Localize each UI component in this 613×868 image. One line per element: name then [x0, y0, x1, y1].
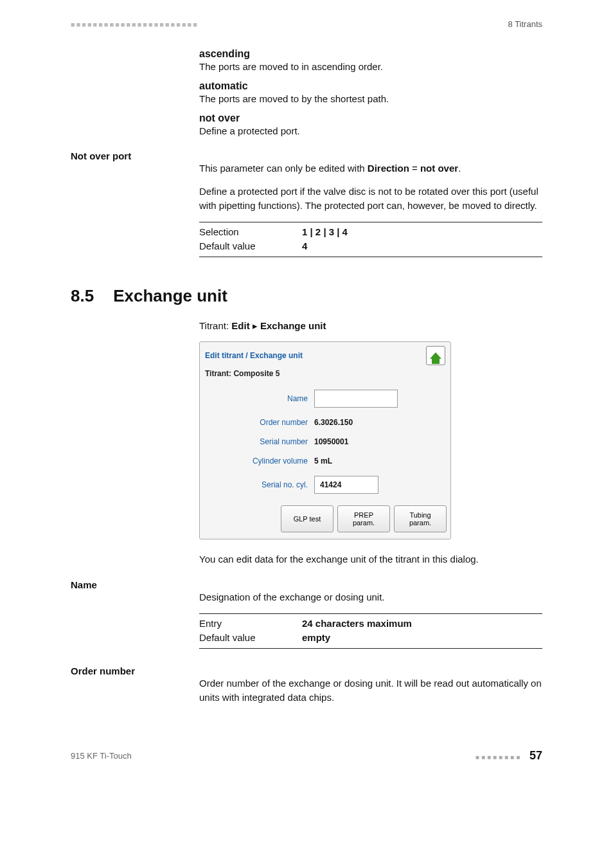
default2-key: Default value [199, 631, 302, 646]
crumb-exchange-unit: Exchange unit [260, 320, 326, 331]
condition-post: . [458, 163, 461, 174]
dialog-subtitle: Titrant: Composite 5 [200, 368, 450, 384]
opt-ascending-desc: The ports are moved to in ascending orde… [199, 60, 542, 74]
condition-direction: Direction [368, 163, 409, 174]
not-over-port-params: Selection 1 | 2 | 3 | 4 Default value 4 [199, 222, 542, 257]
running-footer: 915 KF Ti-Touch ■■■■■■■■ 57 [71, 749, 542, 763]
name-label: Name [205, 394, 314, 403]
condition-eq: = [409, 163, 420, 174]
serial-no-cyl-input[interactable]: 41424 [314, 476, 378, 494]
condition-value: not over [420, 163, 458, 174]
opt-automatic-desc: The ports are moved to by the shortest p… [199, 92, 542, 106]
serial-no-cyl-label: Serial no. cyl. [205, 480, 314, 489]
home-button[interactable] [426, 346, 445, 365]
exchange-unit-dialog: Edit titrant / Exchange unit Titrant: Co… [199, 341, 451, 539]
serial-number-value: 10950001 [314, 437, 348, 446]
dialog-caption: You can edit data for the exchange unit … [199, 552, 542, 566]
tubing-param-label: Tubing param. [409, 511, 431, 527]
header-marks: ■■■■■■■■■■■■■■■■■■■■■■■ [71, 21, 199, 28]
default-key: Default value [199, 239, 302, 254]
dialog-title: Edit titrant / Exchange unit [205, 351, 303, 360]
page-number: 57 [529, 749, 542, 762]
selection-value: 1 | 2 | 3 | 4 [302, 225, 348, 240]
glp-test-button[interactable]: GLP test [281, 505, 333, 532]
name-field-desc: Designation of the exchange or dosing un… [199, 590, 542, 604]
order-field-desc: Order number of the exchange or dosing u… [199, 676, 542, 705]
prep-param-button[interactable]: PREP param. [337, 505, 390, 532]
opt-notover-desc: Define a protected port. [199, 124, 542, 138]
not-over-port-condition: This parameter can only be edited with D… [199, 161, 542, 176]
direction-options: ascending The ports are moved to in asce… [199, 48, 542, 138]
order-number-value: 6.3026.150 [314, 418, 353, 427]
default-value: 4 [302, 239, 307, 254]
crumb-prefix: Titrant: [199, 320, 231, 331]
crumb-edit: Edit [231, 320, 249, 331]
condition-pre: This parameter can only be edited with [199, 163, 368, 174]
cylinder-volume-label: Cylinder volume [205, 457, 314, 466]
section-title: Exchange unit [113, 286, 227, 306]
tubing-param-button[interactable]: Tubing param. [394, 505, 447, 532]
order-number-label: Order number [205, 418, 314, 427]
section-number: 8.5 [71, 286, 94, 306]
prep-param-label: PREP param. [353, 511, 375, 527]
order-field-label: Order number [71, 665, 199, 676]
crumb-sep: ▸ [250, 320, 260, 331]
running-header: ■■■■■■■■■■■■■■■■■■■■■■■ 8 Titrants [71, 19, 542, 29]
serial-no-cyl-value: 41424 [320, 480, 341, 489]
opt-notover-term: not over [199, 113, 542, 124]
opt-automatic-term: automatic [199, 80, 542, 92]
serial-number-label: Serial number [205, 437, 314, 446]
name-input[interactable] [314, 390, 398, 408]
name-field-label: Name [71, 579, 199, 590]
section-heading: 8.5 Exchange unit [71, 286, 542, 306]
not-over-port-label: Not over port [71, 150, 199, 161]
name-field-params: Entry 24 characters maximum Default valu… [199, 613, 542, 649]
header-chapter: 8 Titrants [508, 19, 542, 29]
opt-ascending-term: ascending [199, 48, 542, 60]
footer-marks: ■■■■■■■■ [475, 754, 522, 761]
footer-right: ■■■■■■■■ 57 [475, 749, 542, 763]
glp-test-label: GLP test [294, 515, 321, 523]
default2-value: empty [302, 631, 330, 646]
entry-value: 24 characters maximum [302, 617, 412, 631]
home-icon [430, 352, 441, 359]
not-over-port-desc: Define a protected port if the valve dis… [199, 185, 542, 213]
cylinder-volume-value: 5 mL [314, 457, 332, 466]
breadcrumb: Titrant: Edit ▸ Exchange unit [199, 319, 542, 333]
footer-product: 915 KF Ti-Touch [71, 751, 132, 761]
selection-key: Selection [199, 225, 302, 240]
entry-key: Entry [199, 617, 302, 631]
